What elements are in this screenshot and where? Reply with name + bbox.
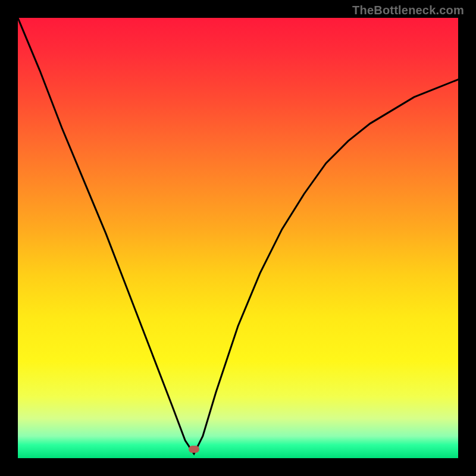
curve-svg [18, 18, 458, 458]
plot-area [18, 18, 458, 458]
bottleneck-curve [18, 18, 458, 454]
watermark-text: TheBottleneck.com [352, 4, 464, 17]
chart-frame: TheBottleneck.com [0, 0, 476, 476]
minimum-marker [189, 446, 199, 453]
